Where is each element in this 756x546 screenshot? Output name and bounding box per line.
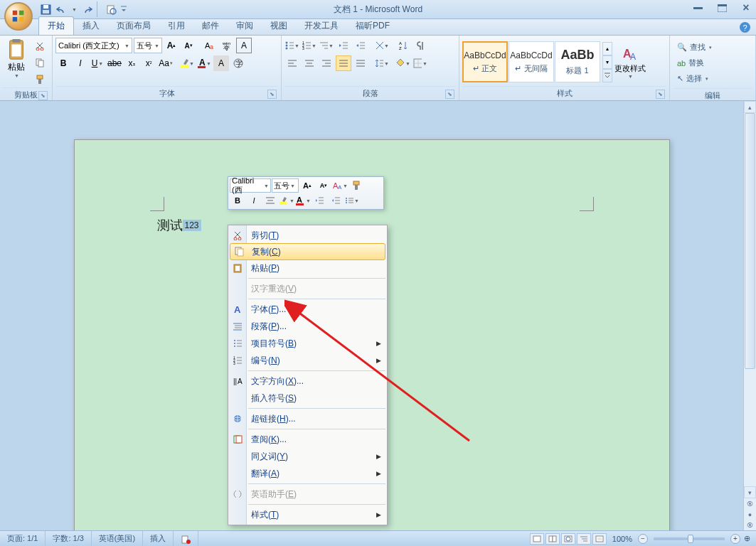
- zoom-out-button[interactable]: −: [638, 534, 648, 544]
- save-icon[interactable]: [38, 2, 53, 16]
- office-button[interactable]: [4, 2, 33, 31]
- shading-icon[interactable]: ▼: [395, 55, 411, 71]
- numbering-icon[interactable]: 123▼: [302, 38, 317, 53]
- context-menu-item[interactable]: ||A文字方向(X)...: [228, 373, 387, 390]
- show-paragraph-marks-icon[interactable]: [412, 38, 428, 53]
- style-normal[interactable]: AaBbCcDd↵ 正文: [462, 41, 508, 82]
- mini-format-painter-icon[interactable]: [348, 178, 364, 193]
- style-scroll-down[interactable]: ▾: [602, 55, 612, 69]
- selected-text[interactable]: 123: [183, 220, 201, 231]
- zoom-level[interactable]: 100%: [612, 535, 632, 543]
- mini-grow-font-icon[interactable]: A▴: [299, 178, 315, 193]
- close-button[interactable]: ×: [739, 1, 753, 14]
- subscript-icon[interactable]: x₂: [124, 55, 139, 71]
- font-name-combo[interactable]: Calibri (西文正文)▼: [55, 38, 132, 53]
- redo-icon[interactable]: [80, 2, 94, 16]
- grow-font-icon[interactable]: A▴: [164, 38, 179, 53]
- character-shading-icon[interactable]: A: [213, 55, 229, 71]
- cut-icon[interactable]: [32, 38, 48, 53]
- print-preview-icon[interactable]: [104, 2, 118, 16]
- web-layout-view-icon[interactable]: [561, 533, 575, 545]
- zoom-slider[interactable]: [654, 537, 725, 540]
- character-border-icon[interactable]: A: [236, 38, 252, 53]
- context-menu-item[interactable]: 插入符号(S): [228, 390, 387, 407]
- increase-indent-icon[interactable]: [353, 38, 368, 53]
- help-icon[interactable]: ?: [740, 22, 750, 33]
- distributed-icon[interactable]: [353, 55, 368, 71]
- qat-customize-dropdown[interactable]: [119, 2, 128, 16]
- full-screen-view-icon[interactable]: [545, 533, 560, 545]
- zoom-in-button[interactable]: +: [730, 534, 740, 544]
- context-menu-item[interactable]: 段落(P)...: [228, 318, 387, 335]
- style-expand[interactable]: [602, 69, 612, 82]
- scroll-thumb[interactable]: [745, 113, 755, 369]
- maximize-button[interactable]: [715, 1, 729, 14]
- change-styles-button[interactable]: AA 更改样式 ▼: [614, 41, 646, 82]
- font-color-icon[interactable]: A▼: [196, 55, 212, 71]
- italic-icon[interactable]: I: [73, 55, 88, 71]
- replace-button[interactable]: ab替换: [674, 56, 751, 70]
- document-text[interactable]: 测试123: [157, 217, 201, 234]
- clear-formatting-icon[interactable]: Aa: [202, 38, 218, 53]
- asian-layout-icon[interactable]: ▼: [374, 38, 390, 53]
- tab-view[interactable]: 视图: [262, 17, 296, 35]
- mini-size-combo[interactable]: 五号▼: [272, 178, 299, 193]
- tab-pagelayout[interactable]: 页面布局: [108, 17, 159, 35]
- style-scroll-up[interactable]: ▴: [602, 42, 612, 55]
- context-menu-item[interactable]: 复制(C): [230, 243, 385, 260]
- align-center-icon[interactable]: [302, 55, 317, 71]
- context-menu-item[interactable]: 项目符号(B)▶: [228, 335, 387, 352]
- align-right-icon[interactable]: [319, 55, 334, 71]
- mini-styles-icon[interactable]: AA▼: [332, 178, 348, 193]
- mini-increase-indent-icon[interactable]: [328, 193, 344, 208]
- paragraph-launcher[interactable]: ⬊: [445, 90, 454, 99]
- underline-icon[interactable]: U▼: [90, 55, 105, 71]
- sort-icon[interactable]: AZ: [395, 38, 411, 53]
- scroll-up-button[interactable]: ▴: [744, 101, 756, 113]
- align-left-icon[interactable]: [284, 55, 300, 71]
- context-menu-item[interactable]: 剪切(T): [228, 227, 387, 244]
- insert-mode-status[interactable]: 插入: [143, 531, 174, 546]
- prev-page-button[interactable]: ⦿: [744, 498, 756, 509]
- zoom-thumb[interactable]: [688, 535, 693, 543]
- tab-foxitpdf[interactable]: 福昕PDF: [347, 17, 398, 35]
- vertical-scrollbar[interactable]: ▴ ▾ ⦿ ● ⦿: [743, 101, 756, 530]
- print-layout-view-icon[interactable]: [530, 533, 544, 545]
- clipboard-launcher[interactable]: ⬊: [38, 91, 48, 100]
- mini-center-icon[interactable]: [262, 193, 278, 208]
- draft-view-icon[interactable]: [592, 533, 607, 545]
- undo-dropdown[interactable]: ▼: [70, 2, 78, 16]
- macro-record-status[interactable]: [174, 531, 198, 546]
- font-size-combo[interactable]: 五号▼: [134, 38, 162, 53]
- change-case-icon[interactable]: Aa▾: [158, 55, 174, 71]
- context-menu-item[interactable]: 超链接(H)...: [228, 410, 387, 427]
- style-heading1[interactable]: AaBb标题 1: [555, 41, 600, 82]
- strikethrough-icon[interactable]: abe: [107, 55, 122, 71]
- find-button[interactable]: 🔍查找▾: [674, 41, 751, 54]
- enclose-characters-icon[interactable]: 字: [230, 55, 246, 71]
- mini-italic-icon[interactable]: I: [246, 193, 262, 208]
- scroll-track[interactable]: [744, 113, 756, 486]
- format-painter-icon[interactable]: [32, 72, 48, 87]
- minimize-button[interactable]: [691, 1, 705, 14]
- paste-button[interactable]: 粘贴 ▼: [3, 38, 30, 79]
- mini-font-combo[interactable]: Calibri (西▼: [230, 178, 271, 193]
- mini-highlight-icon[interactable]: ▼: [279, 193, 294, 208]
- context-menu-item[interactable]: 123编号(N)▶: [228, 352, 387, 369]
- bullets-icon[interactable]: ▼: [284, 38, 300, 53]
- page-status[interactable]: 页面: 1/1: [0, 531, 46, 546]
- next-page-button[interactable]: ⦿: [744, 520, 756, 530]
- font-launcher[interactable]: ⬊: [267, 90, 277, 99]
- bold-icon[interactable]: B: [55, 55, 71, 71]
- decrease-indent-icon[interactable]: [336, 38, 351, 53]
- tab-references[interactable]: 引用: [159, 17, 193, 35]
- outline-view-icon[interactable]: [577, 533, 591, 545]
- context-menu-item[interactable]: 粘贴(P): [228, 259, 387, 277]
- select-button[interactable]: ↖选择▾: [674, 72, 751, 85]
- undo-icon[interactable]: [54, 2, 68, 16]
- tab-mailings[interactable]: 邮件: [193, 17, 228, 35]
- language-status[interactable]: 英语(美国): [92, 531, 143, 546]
- style-no-spacing[interactable]: AaBbCcDd↵ 无间隔: [509, 41, 554, 82]
- zoom-dialog-icon[interactable]: ⊕: [742, 534, 752, 543]
- context-menu-item[interactable]: 样式(T)▶: [228, 506, 387, 523]
